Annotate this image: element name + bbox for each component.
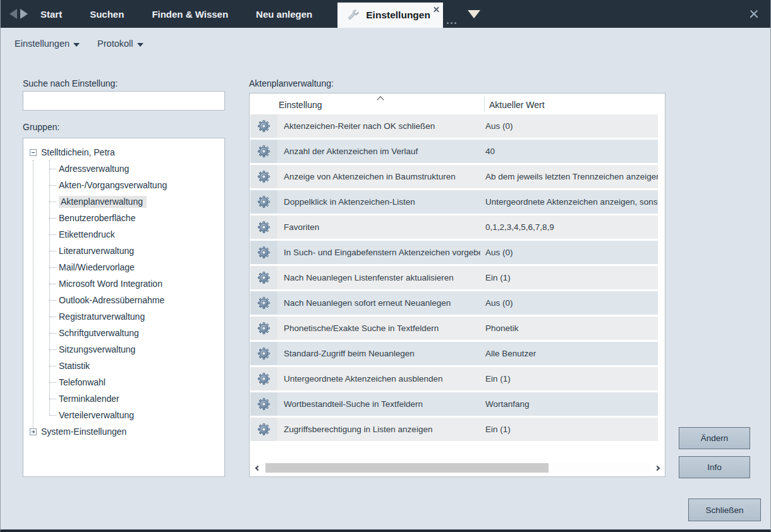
aendern-button[interactable]: Ändern: [679, 427, 750, 449]
tree-item-benutzeroberflaeche[interactable]: Benutzeroberfläche: [23, 210, 224, 226]
tree-item-system-einstellungen[interactable]: System-Einstellungen: [23, 423, 224, 440]
setting-value: Ab dem jeweils letzten Trennzeichen anze…: [480, 165, 658, 188]
setting-value: Aus (0): [480, 114, 658, 138]
table-row[interactable]: Anzeige von Aktenzeichen in Baumstruktur…: [250, 165, 658, 188]
setting-value: Untergeordnete Aktenzeichen anzeigen, so…: [480, 190, 658, 214]
tree-item-etikettendruck[interactable]: Etikettendruck: [23, 226, 224, 243]
active-tab-label: Einstellungen: [366, 9, 430, 21]
tree-item-telefonwahl[interactable]: Telefonwahl: [23, 374, 224, 390]
tree-item-aktenplanverwaltung[interactable]: Aktenplanverwaltung: [23, 193, 224, 210]
setting-name: Anzahl der Aktenzeichen im Verlauf: [279, 140, 480, 163]
horizontal-scrollbar[interactable]: [253, 463, 662, 473]
setting-name: Standard-Zugriff beim Neuanlegen: [279, 342, 480, 365]
setting-name: Wortbestandteil-Suche in Textfeldern: [279, 392, 480, 416]
schliessen-button[interactable]: Schließen: [688, 499, 761, 521]
setting-name: In Such- und Eingabefenstern Aktenzeiche…: [279, 241, 480, 264]
gear-icon: [257, 271, 270, 284]
tree-item-label: Outlook-Adressübernahme: [59, 295, 164, 305]
menu-einstellungen[interactable]: Einstellungen: [15, 39, 80, 49]
search-input[interactable]: [23, 91, 225, 111]
column-header-aktueller-wert[interactable]: Aktueller Wert: [489, 100, 545, 110]
tab-close-icon[interactable]: [433, 6, 440, 13]
tree-stub: [49, 333, 56, 334]
setting-value: Wortanfang: [480, 392, 658, 416]
setting-value: Aus (0): [480, 241, 658, 264]
table-row[interactable]: Aktenzeichen-Reiter nach OK schließenAus…: [250, 114, 658, 138]
tree-item-schriftgutverwaltung[interactable]: Schriftgutverwaltung: [23, 325, 224, 341]
tree-item-adressverwaltung[interactable]: Adressverwaltung: [23, 160, 224, 177]
tree-item-label: Verteilerverwaltung: [59, 410, 134, 420]
scroll-left-button[interactable]: [253, 463, 261, 473]
tree-root-user[interactable]: Stelltdichein, Petra: [23, 144, 224, 160]
tab-suchen[interactable]: Suchen: [90, 9, 124, 20]
column-header-einstellung[interactable]: Einstellung: [279, 100, 322, 110]
scrollbar-track[interactable]: [264, 463, 651, 473]
menubar: Einstellungen Protokoll: [1, 28, 770, 49]
tree-item-registraturverwaltung[interactable]: Registraturverwaltung: [23, 308, 224, 325]
settings-list-title: Aktenplanverwaltung:: [249, 78, 334, 88]
tree-item-outlook-adressuebernahme[interactable]: Outlook-Adressübernahme: [23, 292, 224, 308]
expand-icon[interactable]: [30, 428, 37, 435]
tree-item-label: Registraturverwaltung: [59, 311, 145, 322]
tree-stub: [49, 251, 56, 251]
back-arrow-icon[interactable]: [9, 9, 17, 19]
groups-label: Gruppen:: [23, 122, 59, 132]
table-row[interactable]: Phonetische/Exakte Suche in TextfeldernP…: [250, 317, 658, 340]
scroll-right-button[interactable]: [653, 463, 662, 473]
tab-einstellungen-active[interactable]: Einstellungen: [337, 3, 443, 28]
table-row[interactable]: Nach Neuanlegen sofort erneut Neuanlegen…: [250, 291, 658, 315]
table-rows: Aktenzeichen-Reiter nach OK schließenAus…: [250, 114, 658, 443]
tree-item-label: System-Einstellungen: [41, 426, 126, 437]
settings-table: Einstellung Aktueller Wert Aktenzeichen-…: [249, 93, 665, 477]
groups-tree-panel: Stelltdichein, Petra Adressverwaltung Ak…: [23, 138, 225, 477]
table-row[interactable]: Doppelklick in Aktenzeichen-ListenUnterg…: [250, 190, 658, 214]
tree-item-literaturverwaltung[interactable]: Literaturverwaltung: [23, 243, 224, 259]
groups-tree: Stelltdichein, Petra Adressverwaltung Ak…: [23, 144, 224, 440]
tree-item-label: Sitzungsverwaltung: [59, 344, 135, 354]
sort-ascending-icon: [377, 96, 384, 103]
tree-item-akten-vorgangsverwaltung[interactable]: Akten-/Vorgangsverwaltung: [23, 177, 224, 193]
tree-item-mail-wiedervorlage[interactable]: Mail/Wiedervorlage: [23, 259, 224, 275]
tree-root-label: Stelltdichein, Petra: [41, 147, 115, 157]
forward-arrow-icon[interactable]: [20, 9, 28, 19]
table-row[interactable]: Zugriffsberechtigung in Listen anzeigenE…: [250, 418, 658, 441]
setting-value: Alle Benutzer: [480, 342, 658, 365]
gear-icon: [257, 423, 270, 436]
tree-item-sitzungsverwaltung[interactable]: Sitzungsverwaltung: [23, 341, 224, 358]
tab-start[interactable]: Start: [40, 9, 62, 20]
tab-dropdown-icon[interactable]: [468, 10, 480, 18]
tab-finden-wissen[interactable]: Finden & Wissen: [152, 9, 228, 20]
table-row[interactable]: Untergeordnete Aktenzeichen ausblendenEi…: [250, 367, 658, 390]
tree-stub: [49, 169, 56, 169]
table-row[interactable]: Wortbestandteil-Suche in TextfeldernWort…: [250, 392, 658, 416]
tab-neu-anlegen[interactable]: Neu anlegen: [256, 9, 312, 20]
setting-value: 0,1,2,3,4,5,6,7,8,9: [480, 215, 658, 239]
menu-protokoll[interactable]: Protokoll: [97, 39, 143, 49]
tree-item-word-integration[interactable]: Microsoft Word Integration: [23, 275, 224, 292]
history-nav: [9, 9, 28, 19]
tree-item-terminkalender[interactable]: Terminkalender: [23, 390, 224, 407]
menu-einstellungen-label: Einstellungen: [15, 39, 70, 49]
table-header: Einstellung Aktueller Wert: [250, 94, 665, 114]
table-row[interactable]: Anzahl der Aktenzeichen im Verlauf40: [250, 140, 658, 163]
tree-stub: [49, 382, 56, 383]
setting-name: Favoriten: [279, 215, 480, 239]
scrollbar-thumb[interactable]: [265, 463, 548, 473]
table-row[interactable]: In Such- und Eingabefenstern Aktenzeiche…: [250, 241, 658, 264]
table-row[interactable]: Nach Neuanlegen Listenfenster aktualisie…: [250, 266, 658, 289]
gear-icon: [257, 170, 270, 183]
ribbon-tabbar: Start Suchen Finden & Wissen Neu anlegen…: [1, 0, 770, 28]
table-row[interactable]: Standard-Zugriff beim NeuanlegenAlle Ben…: [250, 342, 658, 365]
table-row[interactable]: Favoriten0,1,2,3,4,5,6,7,8,9: [250, 215, 658, 239]
collapse-icon[interactable]: [30, 149, 37, 156]
gear-icon: [257, 246, 270, 259]
column-separator[interactable]: [484, 97, 485, 111]
info-button[interactable]: Info: [679, 456, 750, 478]
tree-item-verteilerverwaltung[interactable]: Verteilerverwaltung: [23, 407, 224, 423]
setting-value: Ein (1): [480, 418, 658, 441]
close-panel-icon[interactable]: [749, 9, 759, 19]
settings-window: Start Suchen Finden & Wissen Neu anlegen…: [0, 0, 771, 532]
tree-item-statistik[interactable]: Statistik: [23, 358, 224, 374]
setting-name: Anzeige von Aktenzeichen in Baumstruktur…: [279, 165, 480, 188]
tree-stub: [49, 185, 56, 186]
